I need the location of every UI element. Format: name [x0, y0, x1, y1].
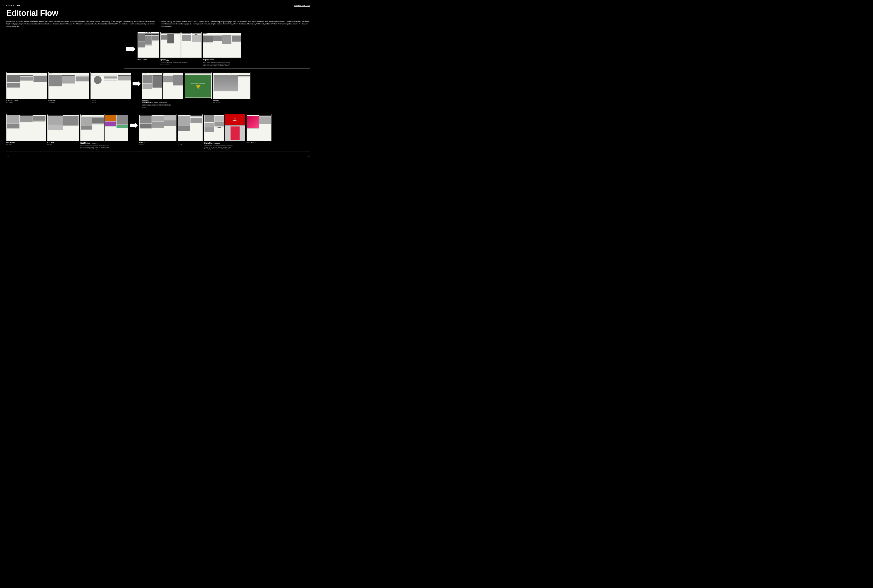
tv-group: TV 1 PAGE [178, 114, 203, 145]
section3-right-thumb [105, 114, 128, 141]
last-page-thumb [247, 114, 272, 141]
movies-label: MOVIES [139, 142, 144, 143]
sports-pages: 4–6 PAGES [213, 102, 220, 103]
arrow-1 [126, 46, 135, 52]
new-york-pages: 2–4 PAGES [48, 102, 55, 103]
row-2: National [6, 72, 310, 110]
business-ad-thumb: Where there's challenge, there's an oppo… [184, 72, 212, 99]
nyt-title[interactable]: The New York Times [294, 4, 310, 6]
row1-divider [124, 68, 310, 69]
opinion-group: Opinion [90, 72, 131, 103]
last-page-group: LAST PAGE [247, 114, 272, 143]
section1-pages: 24–28 PAGES [160, 60, 169, 61]
business-ad-group: Where there's challenge, there's an oppo… [184, 72, 212, 99]
page-header: CASE STUDY The New York Times [6, 4, 310, 6]
national-news-thumb: National [6, 72, 47, 99]
sports-thumb: SportsMonday [213, 72, 250, 99]
svg-marker-1 [133, 81, 141, 86]
section3-left-thumb: Arts [80, 114, 104, 141]
row-3: OBITUARIES 2 PAGES [6, 114, 310, 152]
tv-thumb [178, 114, 203, 141]
national-news-label: NATIONAL NEWS [6, 100, 18, 102]
movies-pages: 8 PAGES [139, 143, 144, 145]
intro-col-left: From Monday to Saturday, the typical str… [6, 21, 156, 27]
svg-marker-0 [126, 46, 135, 52]
last-page-label: LAST PAGE [247, 142, 255, 143]
arrow-2 [133, 81, 141, 86]
section4-right-thumb: AIRFRANCE [225, 114, 245, 141]
svg-marker-2 [130, 123, 138, 128]
opinion-pages: 2 PAGES [90, 102, 96, 103]
sports-label: SPORTS [213, 100, 219, 102]
case-study-label: CASE STUDY [6, 4, 20, 6]
obituaries-group: OBITUARIES 2 PAGES [6, 114, 46, 145]
section1-group: DIOR SECTION 1 24–28 PAGES This section … [160, 32, 202, 65]
section2-desc: The section opens with Business and Econ… [142, 104, 171, 108]
opinion-thumb: Opinion [90, 72, 131, 99]
obituaries-thumb [6, 114, 46, 141]
intro-section: From Monday to Saturday, the typical str… [6, 21, 310, 27]
row3-divider [6, 152, 310, 152]
national-news-pages: 6–8 PAGES [6, 102, 13, 103]
weather-label: WEATHER [47, 142, 54, 143]
national-news-group: National [6, 72, 47, 103]
international-group: International [203, 32, 242, 66]
row-1: The New York Times [6, 32, 310, 69]
obituaries-label: OBITUARIES [6, 142, 15, 143]
section3-group: Arts [80, 114, 128, 150]
page-left: 32 [6, 155, 9, 158]
movies-group: MOVIES 8 PAGES [139, 114, 177, 145]
international-pages: 10 PAGES [203, 60, 210, 61]
new-york-thumb: New York [48, 72, 89, 99]
international-desc: A main part of the newspaper is dedicate… [203, 62, 232, 66]
section4-desc: Variable themes, according to the editor… [204, 145, 234, 150]
opinion-label: OPINION [90, 100, 97, 102]
section2-group: Business Day [142, 72, 183, 108]
page-right: 33 [308, 155, 310, 158]
section3-desc: Includes all the arts and entertainment … [80, 145, 110, 150]
arrow-3-container [130, 114, 138, 128]
section1-desc: This section begins with one or two page… [160, 62, 190, 65]
section4-group: OBAMA AIRFRANCE [204, 114, 245, 150]
arrow-3 [130, 123, 138, 128]
section1-left-thumb [160, 32, 181, 58]
obituaries-pages: 2 PAGES [6, 143, 12, 145]
movies-thumb [139, 114, 177, 141]
section1-right-thumb: DIOR [181, 32, 202, 58]
section3-pages: ARTS 8 PAGES ON AVERAGE [80, 143, 99, 145]
front-page-label: FRONT PAGE [138, 58, 147, 60]
front-page-group: The New York Times [138, 32, 159, 60]
section4-pages: 12 PAGES ON AVERAGE [204, 143, 220, 145]
new-york-label: NEW YORK [48, 100, 56, 102]
intro-col-right: Food on Tuesday, and Style on Thursday. … [160, 21, 310, 27]
weather-thumb [47, 114, 79, 141]
section4-left-thumb: OBAMA [204, 114, 224, 141]
new-york-group: New York [48, 72, 89, 103]
tv-label: TV [178, 142, 180, 143]
section2-pages: BUSINESS 12–14 PAGES ON AVERAGE [142, 102, 168, 103]
page-title: Editorial Flow [6, 8, 310, 18]
international-thumb: International [203, 32, 242, 58]
tv-pages: 1 PAGE [178, 143, 182, 145]
row2-divider [6, 110, 310, 110]
section2-left-thumb: Business Day [142, 72, 162, 99]
front-page-thumb: The New York Times [138, 32, 159, 58]
arrow-2-container [133, 72, 141, 86]
page-numbers: 32 33 [6, 155, 310, 158]
weather-group: WEATHER 1 PAGE [47, 114, 79, 145]
section2-mid-thumb: Business [163, 72, 183, 99]
sports-group: SportsMonday [213, 72, 250, 103]
weather-pages: 1 PAGE [47, 143, 52, 145]
